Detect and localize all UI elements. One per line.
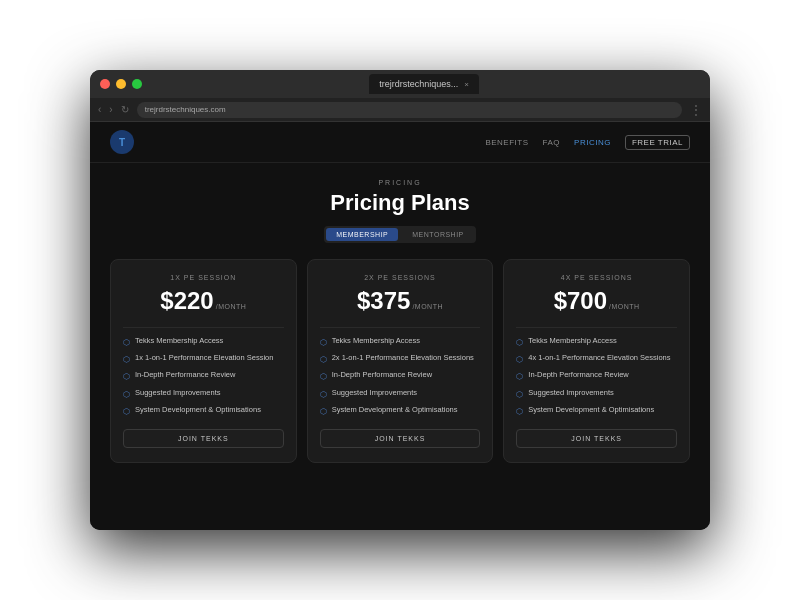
feature-icon: ⬡: [320, 406, 327, 417]
feature-icon: ⬡: [123, 406, 130, 417]
tab-close-icon[interactable]: ×: [464, 80, 469, 89]
site-logo: T: [110, 130, 134, 154]
reload-button[interactable]: ↻: [121, 104, 129, 115]
plan-4x-period: /MONTH: [609, 303, 640, 310]
plan-2x-features: ⬡ Tekks Membership Access ⬡ 2x 1-on-1 Pe…: [320, 336, 481, 417]
feature-icon: ⬡: [123, 337, 130, 348]
forward-button[interactable]: ›: [109, 104, 112, 115]
logo-text: T: [119, 137, 125, 148]
feature-text: Tekks Membership Access: [332, 336, 420, 347]
feature-icon: ⬡: [320, 354, 327, 365]
feature-item: ⬡ In-Depth Performance Review: [123, 370, 284, 382]
plan-4x-sessions: 4X PE SESSIONS: [516, 274, 677, 281]
page-content: T BENEFITS FAQ PRICING FREE TRIAL PRICIN…: [90, 122, 710, 530]
feature-text: Tekks Membership Access: [528, 336, 616, 347]
feature-icon: ⬡: [123, 371, 130, 382]
feature-item: ⬡ In-Depth Performance Review: [320, 370, 481, 382]
plan-1x-price: $220: [160, 287, 213, 315]
plan-card-1x: 1X PE SESSION $220 /MONTH ⬡ Tekks Member…: [110, 259, 297, 463]
toggle-mentorship[interactable]: MENTORSHIP: [402, 228, 474, 241]
feature-text: Tekks Membership Access: [135, 336, 223, 347]
feature-item: ⬡ 2x 1-on-1 Performance Elevation Sessio…: [320, 353, 481, 365]
plan-1x-period: /MONTH: [216, 303, 247, 310]
nav-pricing[interactable]: PRICING: [574, 138, 611, 147]
toggle-membership[interactable]: MEMBERSHIP: [326, 228, 398, 241]
feature-text: Suggested Improvements: [332, 388, 417, 399]
feature-icon: ⬡: [320, 389, 327, 400]
feature-icon: ⬡: [516, 354, 523, 365]
plan-4x-divider: [516, 327, 677, 328]
feature-text: 2x 1-on-1 Performance Elevation Sessions: [332, 353, 474, 364]
nav-faq[interactable]: FAQ: [543, 138, 561, 147]
plan-1x-price-row: $220 /MONTH: [123, 287, 284, 315]
join-button-2x[interactable]: JOIN TEKKS: [320, 429, 481, 448]
maximize-button[interactable]: [132, 79, 142, 89]
plan-2x-price-row: $375 /MONTH: [320, 287, 481, 315]
plan-2x-sessions: 2X PE SESSIONS: [320, 274, 481, 281]
feature-item: ⬡ Tekks Membership Access: [516, 336, 677, 348]
plan-4x-features: ⬡ Tekks Membership Access ⬡ 4x 1-on-1 Pe…: [516, 336, 677, 417]
feature-item: ⬡ Suggested Improvements: [320, 388, 481, 400]
feature-text: 1x 1-on-1 Performance Elevation Session: [135, 353, 273, 364]
feature-icon: ⬡: [516, 371, 523, 382]
plan-4x-price: $700: [554, 287, 607, 315]
browser-tab[interactable]: trejrdrstechniques... ×: [369, 74, 479, 94]
join-button-1x[interactable]: JOIN TEKKS: [123, 429, 284, 448]
join-button-4x[interactable]: JOIN TEKKS: [516, 429, 677, 448]
site-header: T BENEFITS FAQ PRICING FREE TRIAL: [90, 122, 710, 163]
feature-item: ⬡ Suggested Improvements: [516, 388, 677, 400]
minimize-button[interactable]: [116, 79, 126, 89]
nav-benefits[interactable]: BENEFITS: [485, 138, 528, 147]
plan-card-2x: 2X PE SESSIONS $375 /MONTH ⬡ Tekks Membe…: [307, 259, 494, 463]
tab-title: trejrdrstechniques...: [379, 79, 458, 89]
feature-text: Suggested Improvements: [528, 388, 613, 399]
close-button[interactable]: [100, 79, 110, 89]
url-text: trejrdrstechniques.com: [145, 105, 226, 114]
feature-icon: ⬡: [320, 371, 327, 382]
plan-4x-price-row: $700 /MONTH: [516, 287, 677, 315]
feature-text: System Development & Optimisations: [135, 405, 261, 416]
plans-grid: 1X PE SESSION $220 /MONTH ⬡ Tekks Member…: [110, 259, 690, 463]
feature-icon: ⬡: [516, 406, 523, 417]
feature-item: ⬡ Tekks Membership Access: [320, 336, 481, 348]
feature-icon: ⬡: [516, 337, 523, 348]
feature-text: System Development & Optimisations: [332, 405, 458, 416]
feature-icon: ⬡: [123, 389, 130, 400]
back-button[interactable]: ‹: [98, 104, 101, 115]
feature-icon: ⬡: [123, 354, 130, 365]
plan-1x-features: ⬡ Tekks Membership Access ⬡ 1x 1-on-1 Pe…: [123, 336, 284, 417]
plan-1x-divider: [123, 327, 284, 328]
site-nav: BENEFITS FAQ PRICING FREE TRIAL: [485, 135, 690, 150]
plan-2x-divider: [320, 327, 481, 328]
feature-item: ⬡ Suggested Improvements: [123, 388, 284, 400]
plan-2x-price: $375: [357, 287, 410, 315]
feature-item: ⬡ System Development & Optimisations: [123, 405, 284, 417]
feature-icon: ⬡: [320, 337, 327, 348]
feature-text: System Development & Optimisations: [528, 405, 654, 416]
plan-toggle-group: MEMBERSHIP MENTORSHIP: [324, 226, 476, 243]
browser-menu-icon[interactable]: ⋮: [690, 103, 702, 117]
feature-text: 4x 1-on-1 Performance Elevation Sessions: [528, 353, 670, 364]
feature-item: ⬡ System Development & Optimisations: [516, 405, 677, 417]
feature-text: In-Depth Performance Review: [332, 370, 432, 381]
browser-window: trejrdrstechniques... × ‹ › ↻ trejrdrste…: [90, 70, 710, 530]
feature-text: Suggested Improvements: [135, 388, 220, 399]
nav-free-trial[interactable]: FREE TRIAL: [625, 135, 690, 150]
feature-icon: ⬡: [516, 389, 523, 400]
pricing-label: PRICING: [378, 179, 421, 186]
feature-item: ⬡ 4x 1-on-1 Performance Elevation Sessio…: [516, 353, 677, 365]
address-bar: ‹ › ↻ trejrdrstechniques.com ⋮: [90, 98, 710, 122]
pricing-section: PRICING Pricing Plans MEMBERSHIP MENTORS…: [90, 163, 710, 530]
feature-text: In-Depth Performance Review: [135, 370, 235, 381]
plan-1x-sessions: 1X PE SESSION: [123, 274, 284, 281]
plan-2x-period: /MONTH: [412, 303, 443, 310]
feature-text: In-Depth Performance Review: [528, 370, 628, 381]
page-title: Pricing Plans: [330, 190, 469, 216]
feature-item: ⬡ System Development & Optimisations: [320, 405, 481, 417]
feature-item: ⬡ Tekks Membership Access: [123, 336, 284, 348]
url-input[interactable]: trejrdrstechniques.com: [137, 102, 682, 118]
feature-item: ⬡ 1x 1-on-1 Performance Elevation Sessio…: [123, 353, 284, 365]
browser-titlebar: trejrdrstechniques... ×: [90, 70, 710, 98]
feature-item: ⬡ In-Depth Performance Review: [516, 370, 677, 382]
plan-card-4x: 4X PE SESSIONS $700 /MONTH ⬡ Tekks Membe…: [503, 259, 690, 463]
